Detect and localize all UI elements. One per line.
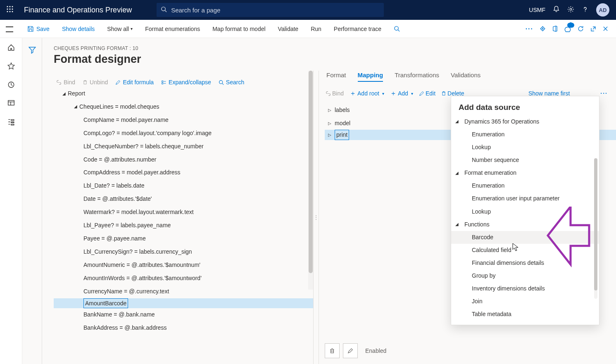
tree-row[interactable]: ◢ChequeLines = model.cheques [54,100,313,114]
run-button[interactable]: Run [306,20,326,38]
r-more-icon[interactable]: ··· [600,90,608,97]
user-avatar[interactable]: AD [596,3,609,17]
tree-row[interactable]: CompAddress = model.payer.address [54,166,313,179]
map-format-button[interactable]: Map format to model [207,20,270,38]
tree-row[interactable]: AmountBarcode [54,298,313,308]
tree-row[interactable]: Lbl_ChequeNumber? = labels.cheque_number [54,140,313,153]
attach-icon[interactable] [539,25,546,32]
tab-mapping[interactable]: Mapping [358,71,383,82]
tree-row[interactable]: BankName = @.bank.name [54,308,313,321]
workspace-icon[interactable] [7,100,15,109]
popout-icon[interactable] [590,26,597,32]
tree-row[interactable]: AmountNumeric = @.attributes.'$amountnum… [54,259,313,272]
tab-transformations[interactable]: Transformations [395,71,439,82]
popup-item[interactable]: Enumeration [451,179,599,192]
svg-point-3 [7,8,8,10]
show-details-button[interactable]: Show details [57,20,100,38]
popup-item[interactable]: Lookup [451,205,599,218]
popup-item[interactable]: Enumeration [451,128,599,141]
bottom-edit-button[interactable] [343,343,358,358]
popup-item[interactable]: Barcode [451,231,599,244]
validate-button[interactable]: Validate [273,20,304,38]
right-tabs: Format Mapping Transformations Validatio… [323,71,616,83]
office-icon[interactable] [552,25,558,32]
global-search-input[interactable]: Search for a page [157,3,384,17]
tree-row[interactable]: Code = @.attributes.number [54,153,313,167]
edit-formula-button[interactable]: Edit formula [115,79,154,86]
popup-item[interactable]: Enumeration user input parameter [451,192,599,205]
popup-item[interactable]: Table metadata [451,308,599,321]
add-button[interactable]: ＋Add▾ [390,90,413,97]
popup-scrollbar[interactable] [594,158,597,299]
popup-item[interactable]: Financial dimensions details [451,257,599,269]
format-enumerations-button[interactable]: Format enumerations [140,20,205,38]
chevron-down-icon: ▾ [131,26,133,31]
tree-row[interactable]: ◢Report [54,87,313,100]
svg-point-6 [7,11,8,12]
tree-row[interactable]: Payee = @.payee.name [54,232,313,245]
home-icon[interactable] [7,44,15,53]
close-icon[interactable] [602,26,609,32]
popup-group-header[interactable]: ◢Dynamics 365 for Operations [451,115,599,128]
gear-icon[interactable] [567,6,574,14]
tree-row[interactable]: Lbl_CurrencySign? = labels.currency_sign [54,245,313,259]
save-button[interactable]: Save [22,20,55,38]
popup-item[interactable]: Number sequence [451,154,599,167]
tree-row[interactable]: CompLogo? = model.layout.'company logo'.… [54,127,313,140]
caret-right-icon: ▷ [325,119,335,128]
tree-row[interactable]: Lbl_Payee? = labels.payee_name [54,219,313,232]
bell-icon[interactable] [553,6,560,14]
help-icon[interactable] [582,6,589,14]
popup-group-header[interactable]: ◢Format enumeration [451,167,599,179]
tree-scrollbar[interactable] [308,71,313,290]
popup-item[interactable]: Group by [451,269,599,282]
r-edit-button[interactable]: Edit [419,90,435,97]
add-root-button[interactable]: ＋Add root▾ [350,90,384,97]
tree-row[interactable]: BankAddress = @.bank.address [54,321,313,335]
tab-validations[interactable]: Validations [451,71,480,82]
refresh-icon[interactable] [577,25,584,32]
bind-button[interactable]: Bind [56,79,75,86]
star-icon[interactable] [7,62,15,72]
popup-item[interactable]: Calculated field [451,244,599,257]
tab-format[interactable]: Format [326,71,346,82]
cmd-search-button[interactable] [389,20,405,38]
notifications-badge-icon[interactable]: 0 [564,25,571,33]
popup-item[interactable]: Lookup [451,141,599,154]
svg-point-11 [570,8,572,10]
svg-point-8 [12,11,13,12]
tree-search-button[interactable]: Search [219,79,244,86]
format-tree[interactable]: ◢Report◢ChequeLines = model.chequesCompN… [54,86,313,335]
tree-row[interactable]: AmountInWords = @.attributes.'$amountwor… [54,272,313,285]
ds-label: model [335,117,350,130]
tree-label: Payee = @.payee.name [83,232,146,245]
tree-row[interactable]: CompName = model.payer.name [54,114,313,127]
tree-row[interactable]: Date = @.attributes.'$date' [54,193,313,206]
pane-splitter[interactable] [313,71,319,364]
tree-row[interactable]: Lbl_Date? = labels.date [54,179,313,193]
popup-item[interactable]: Inventory dimensions details [451,282,599,295]
popup-item[interactable]: Join [451,295,599,308]
more-icon[interactable]: ··· [526,25,533,33]
performance-trace-button[interactable]: Performance trace [329,20,386,38]
popup-item-label: Group by [472,269,496,282]
r-bind-button[interactable]: Bind [326,90,344,97]
tree-row[interactable]: CurrencyName = @.currency.text [54,285,313,298]
company-code[interactable]: USMF [529,7,545,13]
show-all-button[interactable]: Show all ▾ [102,20,138,38]
filter-icon[interactable] [29,46,36,364]
tree-row[interactable]: Watermark? = model.layout.watermark.text [54,206,313,219]
edit-formula-label: Edit formula [123,79,154,86]
popup-group-header[interactable]: ◢Functions [451,218,599,231]
modules-icon[interactable] [7,118,15,128]
recent-icon[interactable] [7,81,15,90]
tree-label: ChequeLines = model.cheques [79,100,159,114]
bottom-delete-button[interactable] [325,343,340,358]
unbind-button[interactable]: Unbind [83,79,108,86]
page-title: Format designer [54,53,616,66]
search-icon [161,6,167,14]
expand-collapse-button[interactable]: Expand/collapse [161,79,211,86]
app-launcher-icon[interactable] [3,6,17,14]
ds-label: print [335,130,349,140]
tree-label: BankName = @.bank.name [83,308,155,321]
